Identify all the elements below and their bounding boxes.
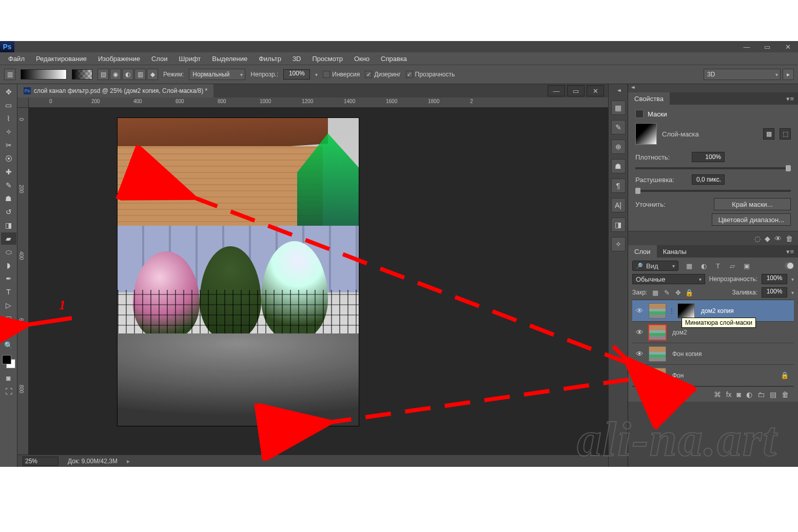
filter-toggle[interactable] [785, 262, 794, 269]
stamp-tool-icon[interactable]: ☗ [1, 192, 16, 205]
clone-docklet-icon[interactable]: ☗ [611, 159, 626, 173]
doc-close-icon[interactable]: ✕ [587, 85, 604, 96]
toggle-mask-icon[interactable]: 👁 [774, 234, 782, 243]
channels-tab[interactable]: Каналы [657, 245, 693, 258]
gradient-preview[interactable] [21, 69, 67, 80]
menu-фильтр[interactable]: Фильтр [254, 53, 286, 64]
adjust-docklet-icon[interactable]: ✧ [611, 237, 626, 251]
opacity-input[interactable]: 100% [283, 69, 310, 80]
gradient-tool-icon[interactable]: ▰ [1, 232, 16, 245]
mask-thumbnail[interactable] [635, 123, 657, 145]
layer-row[interactable]: 👁⋮дом2 копияМиниатюра слой-маски [632, 300, 794, 322]
layer-name[interactable]: дом2 [668, 329, 687, 336]
feather-value[interactable]: 0,0 пикс. [692, 174, 725, 185]
menu-справка[interactable]: Справка [376, 53, 412, 64]
layers-panel-menu-icon[interactable]: ▾≡ [782, 248, 798, 255]
properties-tab[interactable]: Свойства [628, 92, 670, 105]
expand-dock-icon[interactable]: ◂◂ [609, 87, 628, 95]
collapse-panels-icon[interactable]: ◂◂ [628, 84, 798, 92]
menu-окно[interactable]: Окно [349, 53, 375, 64]
wand-tool-icon[interactable]: ✧ [1, 126, 16, 138]
hand-tool-icon[interactable]: ✋ [1, 326, 16, 338]
menu-шрифт[interactable]: Шрифт [174, 53, 206, 64]
lock-pixels-icon[interactable]: ✎ [663, 289, 671, 297]
document-tab[interactable]: Ps слой канал фильтр.psd @ 25% (дом2 коп… [17, 84, 213, 97]
path-tool-icon[interactable]: ▷ [1, 299, 16, 311]
ruler-horizontal[interactable]: 0200400600800100012001400160018002 [29, 97, 608, 108]
vector-mask-icon[interactable]: ⬚ [780, 128, 791, 140]
brush-tool-icon[interactable]: ✎ [1, 179, 16, 191]
lock-all-icon[interactable]: 🔒 [685, 289, 693, 297]
canvas-area[interactable]: 0200400600800100012001400160018002 02004… [17, 97, 608, 455]
visibility-icon[interactable]: 👁 [632, 349, 647, 358]
move-tool-icon[interactable]: ✥ [1, 86, 16, 98]
gradient-editor-icon[interactable] [72, 69, 92, 80]
blur-tool-icon[interactable]: ⬭ [1, 246, 16, 258]
menu-3d[interactable]: 3D [287, 53, 306, 64]
feather-slider[interactable] [635, 190, 791, 192]
type-tool-icon[interactable]: T [1, 286, 16, 298]
shape-tool-icon[interactable]: ▢ [1, 312, 16, 325]
delete-layer-icon[interactable]: 🗑 [782, 390, 789, 399]
color-swatches[interactable] [2, 355, 15, 368]
visibility-icon[interactable]: 👁 [632, 328, 647, 337]
angle-gradient-icon[interactable]: ◐ [122, 69, 133, 80]
workspace-select[interactable]: 3D [704, 69, 781, 80]
mask-thumbnail[interactable] [677, 303, 695, 319]
load-selection-icon[interactable]: ◌ [754, 234, 761, 243]
lasso-tool-icon[interactable]: ⌇ [1, 112, 16, 125]
filter-shape-icon[interactable]: ▱ [728, 262, 737, 270]
layer-thumbnail[interactable] [649, 325, 666, 340]
crop-tool-icon[interactable]: ✂ [1, 139, 16, 151]
new-fill-icon[interactable]: ◐ [746, 390, 752, 399]
diamond-gradient-icon[interactable]: ◆ [147, 69, 158, 80]
radial-gradient-icon[interactable]: ◉ [110, 69, 121, 80]
ruler-vertical[interactable]: 0200400600800 [17, 108, 29, 455]
link-icon[interactable]: ⋮ [668, 307, 675, 314]
menu-слои[interactable]: Слои [146, 53, 173, 64]
layers-tab[interactable]: Слои [628, 245, 657, 258]
add-mask-icon[interactable]: ◙ [737, 390, 741, 399]
styles-docklet-icon[interactable]: ◨ [611, 218, 626, 232]
fill-input[interactable]: 100% [762, 287, 787, 298]
layer-opacity-input[interactable]: 100% [762, 274, 787, 284]
layer-name[interactable]: дом2 копия [697, 307, 734, 314]
minimize-button[interactable]: ― [736, 41, 757, 52]
color-range-button[interactable]: Цветовой диапазон... [712, 213, 791, 226]
fg-swatch[interactable] [2, 355, 11, 364]
density-slider[interactable] [635, 167, 791, 169]
screenmode-icon[interactable]: ⛶ [1, 385, 16, 398]
linear-gradient-icon[interactable]: ▤ [98, 69, 109, 80]
visibility-icon[interactable]: 👁 [632, 306, 647, 315]
histogram-docklet-icon[interactable]: ▦ [611, 101, 626, 115]
layer-blend-select[interactable]: Обычные [632, 274, 705, 284]
tool-preset-icon[interactable]: ▥ [4, 69, 15, 80]
zoom-input[interactable]: 25% [23, 457, 59, 466]
layer-thumbnail[interactable] [649, 346, 666, 362]
delete-mask-icon[interactable]: 🗑 [786, 234, 793, 243]
reflected-gradient-icon[interactable]: ▥ [134, 69, 146, 80]
filter-type-icon[interactable]: T [713, 262, 723, 270]
new-group-icon[interactable]: 🗀 [757, 390, 765, 399]
menu-выделение[interactable]: Выделение [207, 53, 252, 64]
menu-изображение[interactable]: Изображение [93, 53, 145, 64]
menu-редактирование[interactable]: Редактирование [31, 53, 92, 64]
layer-row[interactable]: 👁Фон🔒 [632, 365, 794, 386]
apply-mask-icon[interactable]: ◆ [765, 234, 770, 243]
density-value[interactable]: 100% [692, 152, 725, 162]
layer-name[interactable]: Фон копия [668, 350, 702, 358]
menu-просмотр[interactable]: Просмотр [307, 53, 348, 64]
reverse-checkbox[interactable]: Инверсия [323, 71, 360, 78]
close-button[interactable]: ✕ [777, 41, 798, 52]
brush-docklet-icon[interactable]: ✎ [611, 120, 626, 134]
panel-menu-icon[interactable]: ▾≡ [782, 95, 798, 103]
canvas[interactable] [118, 118, 359, 426]
layer-name[interactable]: Фон [668, 372, 684, 379]
visibility-icon[interactable]: 👁 [632, 371, 647, 380]
layer-fx-icon[interactable]: fx [726, 390, 732, 399]
menu-файл[interactable]: Файл [3, 53, 30, 64]
link-layers-icon[interactable]: ⌘ [714, 390, 721, 399]
character-docklet-icon[interactable]: A| [611, 198, 626, 212]
dodge-tool-icon[interactable]: ◗ [1, 259, 16, 271]
dither-checkbox[interactable]: ✓Дизеринг [365, 71, 400, 78]
